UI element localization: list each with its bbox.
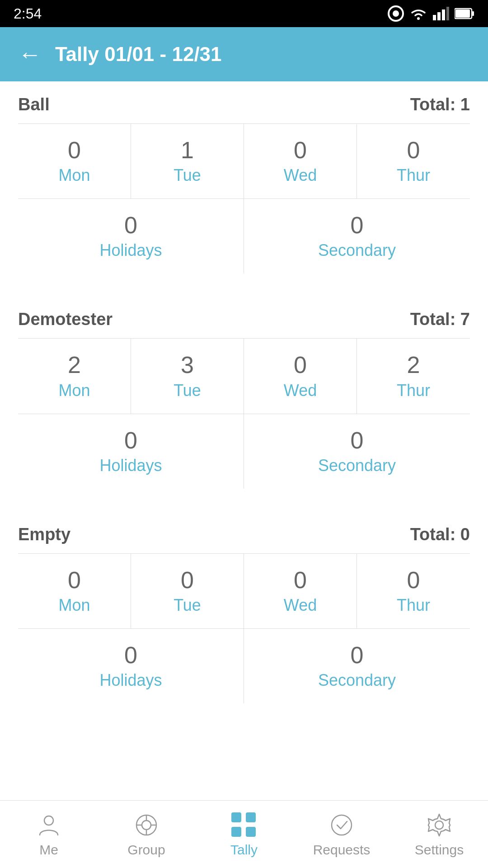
ball-holidays: 0 Holidays bbox=[18, 199, 244, 274]
requests-label: Requests bbox=[313, 842, 371, 858]
ball-row1: 0 Mon 1 Tue 0 Wed 0 Thur bbox=[18, 123, 470, 198]
svg-rect-1 bbox=[433, 15, 436, 20]
group-icon bbox=[133, 811, 160, 839]
nav-item-requests[interactable]: Requests bbox=[293, 811, 390, 858]
svg-rect-4 bbox=[446, 7, 449, 20]
demotester-mon: 2 Mon bbox=[18, 339, 131, 413]
demotester-tue: 3 Tue bbox=[131, 339, 244, 413]
demotester-secondary: 0 Secondary bbox=[244, 414, 470, 489]
back-button[interactable]: ← bbox=[18, 42, 42, 66]
section-empty: Empty Total: 0 0 Mon 0 Tue 0 Wed 0 Thur bbox=[0, 511, 488, 703]
empty-row2: 0 Holidays 0 Secondary bbox=[18, 628, 470, 703]
ball-wed: 0 Wed bbox=[244, 124, 357, 198]
svg-rect-7 bbox=[455, 9, 470, 18]
section-empty-total: Total: 0 bbox=[410, 525, 470, 544]
svg-point-0 bbox=[417, 17, 420, 20]
tally-icon bbox=[230, 811, 258, 839]
group-label: Group bbox=[127, 842, 165, 858]
section-demotester-header: Demotester Total: 7 bbox=[18, 310, 470, 329]
svg-rect-3 bbox=[442, 9, 445, 20]
ball-row2: 0 Holidays 0 Secondary bbox=[18, 198, 470, 274]
section-ball: Ball Total: 1 0 Mon 1 Tue 0 Wed 0 Thur bbox=[0, 81, 488, 274]
status-icons bbox=[388, 5, 474, 22]
tally-dots bbox=[231, 812, 257, 838]
app-header: ← Tally 01/01 - 12/31 bbox=[0, 27, 488, 81]
empty-tue: 0 Tue bbox=[131, 554, 244, 628]
svg-rect-2 bbox=[437, 12, 441, 20]
section-ball-name: Ball bbox=[18, 95, 50, 114]
section-empty-header: Empty Total: 0 bbox=[18, 525, 470, 544]
demotester-row1: 2 Mon 3 Tue 0 Wed 2 Thur bbox=[18, 338, 470, 413]
demotester-thur: 2 Thur bbox=[357, 339, 470, 413]
signal-icon bbox=[433, 7, 449, 20]
ball-mon: 0 Mon bbox=[18, 124, 131, 198]
divider-1 bbox=[0, 274, 488, 296]
demotester-wed: 0 Wed bbox=[244, 339, 357, 413]
ball-thur: 0 Thur bbox=[357, 124, 470, 198]
empty-wed: 0 Wed bbox=[244, 554, 357, 628]
demotester-row2: 0 Holidays 0 Secondary bbox=[18, 414, 470, 489]
wifi-icon bbox=[409, 7, 427, 20]
nav-item-me[interactable]: Me bbox=[0, 811, 98, 858]
svg-rect-6 bbox=[472, 11, 474, 16]
status-time: 2:54 bbox=[14, 5, 42, 22]
section-demotester-name: Demotester bbox=[18, 310, 113, 329]
section-demotester: Demotester Total: 7 2 Mon 3 Tue 0 Wed 2 … bbox=[0, 296, 488, 488]
empty-secondary: 0 Secondary bbox=[244, 629, 470, 703]
tally-dot-3 bbox=[231, 827, 241, 837]
nav-item-tally[interactable]: Tally bbox=[195, 811, 293, 858]
me-label: Me bbox=[39, 842, 58, 858]
section-ball-header: Ball Total: 1 bbox=[18, 95, 470, 114]
main-content: Ball Total: 1 0 Mon 1 Tue 0 Wed 0 Thur bbox=[0, 81, 488, 776]
tally-dot-1 bbox=[231, 812, 241, 822]
nav-item-settings[interactable]: Settings bbox=[390, 811, 488, 858]
section-ball-total: Total: 1 bbox=[410, 95, 470, 114]
settings-label: Settings bbox=[415, 842, 464, 858]
battery-icon bbox=[455, 8, 474, 19]
svg-point-10 bbox=[142, 821, 151, 830]
tally-dot-4 bbox=[246, 827, 256, 837]
status-icon-media bbox=[388, 5, 404, 22]
demotester-holidays: 0 Holidays bbox=[18, 414, 244, 489]
svg-point-8 bbox=[44, 816, 53, 825]
requests-icon bbox=[328, 811, 355, 839]
nav-item-group[interactable]: Group bbox=[98, 811, 195, 858]
empty-holidays: 0 Holidays bbox=[18, 629, 244, 703]
ball-secondary: 0 Secondary bbox=[244, 199, 470, 274]
svg-point-15 bbox=[332, 815, 352, 835]
tally-dot-2 bbox=[246, 812, 256, 822]
section-demotester-total: Total: 7 bbox=[410, 310, 470, 329]
ball-tue: 1 Tue bbox=[131, 124, 244, 198]
divider-2 bbox=[0, 489, 488, 511]
empty-row1: 0 Mon 0 Tue 0 Wed 0 Thur bbox=[18, 553, 470, 628]
tally-label: Tally bbox=[230, 842, 258, 858]
settings-icon bbox=[426, 811, 453, 839]
empty-mon: 0 Mon bbox=[18, 554, 131, 628]
header-title: Tally 01/01 - 12/31 bbox=[55, 43, 222, 66]
empty-thur: 0 Thur bbox=[357, 554, 470, 628]
status-bar: 2:54 bbox=[0, 0, 488, 27]
section-empty-name: Empty bbox=[18, 525, 70, 544]
svg-point-16 bbox=[435, 821, 443, 829]
bottom-nav: Me Group Tally bbox=[0, 800, 488, 868]
me-icon bbox=[35, 811, 62, 839]
